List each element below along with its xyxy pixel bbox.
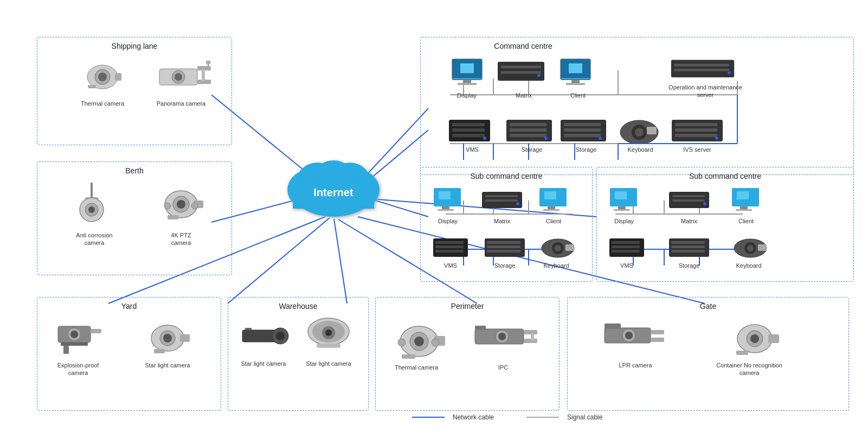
legend-network-label: Network cable: [453, 413, 494, 421]
matrix-sc2-icon: [668, 190, 710, 211]
star-light-cam-wh1: [239, 316, 293, 354]
ipc-perimeter: [471, 316, 541, 360]
svg-rect-179: [245, 328, 252, 330]
svg-rect-126: [544, 191, 556, 199]
svg-rect-96: [452, 134, 485, 137]
vms-sc1: [432, 237, 470, 258]
svg-rect-174: [180, 334, 190, 342]
display-sc1-label: Display: [429, 217, 467, 225]
display-sc2: [608, 186, 640, 213]
svg-rect-101: [510, 134, 546, 137]
svg-point-148: [703, 202, 706, 205]
svg-rect-78: [463, 80, 471, 83]
star-light-wh1-label: Star light camera: [236, 360, 291, 367]
svg-point-183: [325, 329, 332, 336]
legend-signal-line: [526, 417, 559, 418]
svg-rect-100: [510, 128, 546, 132]
svg-rect-170: [63, 346, 69, 354]
svg-point-65: [164, 203, 171, 209]
svg-rect-152: [736, 209, 752, 211]
svg-point-124: [516, 202, 519, 205]
legend-network-line: [412, 417, 445, 418]
svg-rect-114: [675, 128, 717, 132]
4k-ptz-label: 4K PTZcamera: [154, 231, 208, 247]
svg-rect-155: [612, 245, 640, 248]
svg-point-187: [414, 337, 424, 346]
svg-rect-168: [91, 329, 101, 333]
svg-rect-140: [565, 244, 574, 251]
yard-title: Yard: [37, 302, 221, 310]
svg-point-191: [432, 339, 439, 346]
svg-rect-99: [510, 123, 546, 126]
thermal-perimeter-label: Thermal camera: [387, 364, 446, 371]
svg-point-49: [175, 73, 182, 81]
svg-rect-159: [671, 245, 705, 248]
shipping-lane-box: Shipping lane Thermal camera: [37, 37, 232, 145]
ivs-icon: [671, 119, 724, 143]
warehouse-title: Warehouse: [228, 302, 368, 310]
svg-point-44: [98, 73, 107, 81]
legend-signal-label: Signal cable: [567, 413, 602, 421]
svg-rect-104: [564, 123, 601, 126]
lpr-camera-icon: [602, 318, 670, 356]
svg-rect-204: [605, 323, 621, 329]
display-icon: [449, 58, 485, 88]
svg-rect-158: [671, 241, 705, 244]
container-cam-label: Container No recognition camera: [714, 361, 785, 377]
internet-cloud: Internet: [277, 146, 390, 233]
ipc-icon: [472, 318, 540, 359]
client-cc-label: Client: [559, 92, 597, 99]
container-cam: [725, 316, 785, 357]
svg-rect-119: [442, 206, 449, 209]
svg-rect-203: [651, 338, 664, 342]
svg-rect-164: [758, 244, 767, 251]
svg-rect-88: [566, 83, 585, 85]
keyboard-sc2-icon: [731, 237, 770, 258]
client-sc2: [730, 186, 762, 213]
thermal-perimeter-icon: [391, 315, 448, 359]
legend: Network cable Signal cable: [412, 413, 602, 421]
svg-rect-130: [435, 241, 464, 244]
keyboard-sc2: [730, 237, 770, 258]
perimeter-box: Perimeter Thermal camera: [375, 297, 560, 411]
ops-server-label: Operation and maintenanceserver: [667, 83, 743, 99]
svg-point-167: [70, 331, 78, 338]
storage1-icon: [505, 119, 553, 143]
svg-rect-202: [651, 330, 664, 334]
svg-rect-169: [61, 342, 88, 346]
client-sc1-icon: [538, 187, 569, 213]
explosion-proof-label: Explosion-proof camera: [48, 361, 108, 377]
svg-rect-64: [168, 215, 178, 219]
storage-sc2: [667, 237, 711, 258]
svg-rect-86: [569, 63, 582, 73]
warehouse-box: Warehouse Star light camera Star: [228, 297, 369, 411]
vms-sc1-icon: [432, 237, 469, 258]
star-light-cam-yard: [140, 314, 195, 357]
keyboard-cc-label: Keyboard: [619, 146, 662, 153]
server-icon: [670, 58, 735, 80]
svg-rect-122: [485, 195, 518, 197]
vms-cc-label: VMS: [456, 146, 488, 153]
svg-rect-151: [740, 206, 748, 209]
storage-sc1-icon: [484, 237, 526, 258]
sub-cmd1-title: Sub command centre: [421, 172, 592, 180]
svg-rect-208: [768, 334, 779, 343]
svg-rect-184: [317, 344, 340, 348]
panorama-camera-label: Panorama camera: [154, 100, 208, 107]
svg-rect-127: [548, 206, 555, 209]
svg-point-66: [191, 203, 198, 209]
4k-ptz-camera: [154, 178, 208, 227]
ivs-server-cc: [670, 119, 724, 143]
vms-sc1-label: VMS: [434, 262, 467, 269]
vms-sc2-icon: [608, 237, 645, 258]
client-sc1: [537, 186, 570, 213]
client-sc2-icon: [730, 187, 762, 213]
storage1-cc-label: Storage: [513, 146, 551, 153]
svg-rect-146: [672, 195, 705, 197]
svg-rect-118: [439, 191, 451, 199]
command-centre-box: Command centre Display Matrix: [420, 37, 854, 175]
svg-rect-91: [674, 69, 729, 72]
svg-rect-135: [487, 245, 520, 248]
lpr-camera-label: LPR camera: [608, 361, 663, 369]
yard-box: Yard Explosion-proof camera: [37, 297, 221, 411]
